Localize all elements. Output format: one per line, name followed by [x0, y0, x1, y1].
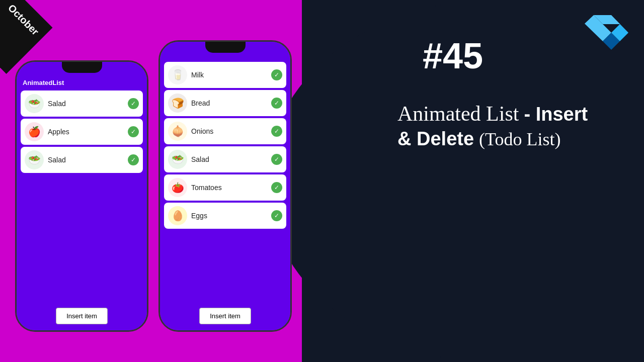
list-item: 🍎 Apples ✓: [21, 119, 143, 145]
food-name-salad1: Salad: [48, 100, 124, 108]
app-bar: AnimatedList: [21, 77, 143, 90]
notch-right: [205, 42, 246, 53]
check-milk: ✓: [271, 69, 282, 80]
flutter-logo: [584, 5, 634, 50]
phone-right: 🥛 Milk ✓ 🍞 Bread ✓ 🧅 Onions ✓ 🥗 Salad: [158, 40, 292, 332]
title-delete: & Delete: [397, 128, 474, 150]
check-salad1: ✓: [128, 98, 139, 109]
list-item: 🥚 Eggs ✓: [164, 203, 286, 229]
check-salad2: ✓: [128, 154, 139, 165]
food-icon-apples: 🍎: [25, 122, 44, 141]
food-icon-onions: 🧅: [168, 122, 187, 141]
title-insert: - Insert: [524, 104, 588, 125]
phone-left: AnimatedList 🥗 Salad ✓ 🍎 Apples ✓ 🥗 Sala…: [15, 60, 148, 332]
right-list: 🥛 Milk ✓ 🍞 Bread ✓ 🧅 Onions ✓ 🥗 Salad: [164, 62, 286, 304]
list-item: 🥛 Milk ✓: [164, 62, 286, 88]
food-name-salad3: Salad: [191, 155, 267, 163]
list-item: 🥗 Salad ✓: [21, 147, 143, 173]
screen-right: 🥛 Milk ✓ 🍞 Bread ✓ 🧅 Onions ✓ 🥗 Salad: [160, 42, 290, 330]
food-name-tomatoes: Tomatoes: [191, 184, 267, 192]
food-name-milk: Milk: [191, 71, 267, 79]
food-name-eggs: Eggs: [191, 212, 267, 220]
check-apples: ✓: [128, 126, 139, 137]
food-icon-salad2: 🥗: [25, 150, 44, 169]
food-icon-bread: 🍞: [168, 94, 187, 113]
list-item: 🍅 Tomatoes ✓: [164, 174, 286, 201]
list-item: 🍞 Bread ✓: [164, 90, 286, 116]
check-salad3: ✓: [271, 154, 282, 165]
list-item: 🥗 Salad ✓: [21, 90, 143, 117]
food-icon-tomatoes: 🍅: [168, 178, 187, 197]
insert-btn-left[interactable]: Insert item: [56, 308, 108, 324]
food-name-apples: Apples: [48, 128, 124, 136]
check-onions: ✓: [271, 126, 282, 137]
food-name-onions: Onions: [191, 127, 267, 135]
insert-btn-right[interactable]: Insert item: [199, 308, 251, 324]
food-name-bread: Bread: [191, 99, 267, 107]
check-eggs: ✓: [271, 210, 282, 221]
check-bread: ✓: [271, 98, 282, 109]
food-icon-milk: 🥛: [168, 65, 187, 84]
food-icon-salad1: 🥗: [25, 94, 44, 113]
title-animated-list: Animated List: [397, 102, 519, 126]
episode-number: #45: [423, 35, 483, 76]
check-tomatoes: ✓: [271, 182, 282, 193]
food-name-salad2: Salad: [48, 156, 124, 164]
list-item: 🧅 Onions ✓: [164, 118, 286, 144]
food-icon-salad3: 🥗: [168, 150, 187, 169]
phones-area: AnimatedList 🥗 Salad ✓ 🍎 Apples ✓ 🥗 Sala…: [15, 30, 347, 352]
list-item: 🥗 Salad ✓: [164, 146, 286, 172]
food-icon-eggs: 🥚: [168, 206, 187, 225]
screen-left: AnimatedList 🥗 Salad ✓ 🍎 Apples ✓ 🥗 Sala…: [17, 62, 147, 330]
notch-left: [62, 62, 102, 73]
left-list: 🥗 Salad ✓ 🍎 Apples ✓ 🥗 Salad ✓: [21, 90, 143, 304]
title-todo: (Todo List): [479, 129, 560, 150]
right-panel: #45 Animated List - Insert & Delete (Tod…: [352, 0, 644, 362]
